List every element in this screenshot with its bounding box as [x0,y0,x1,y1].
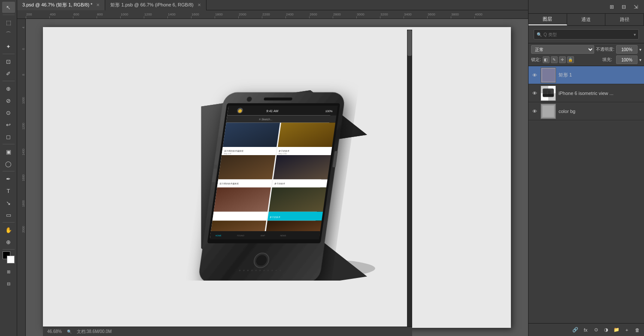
shape-tool[interactable]: ▭ [2,209,15,220]
stamp-tool[interactable]: ⊙ [2,107,15,118]
opacity-label: 不透明度: [596,46,614,52]
tab-2-close[interactable]: ✕ [197,3,201,7]
add-layer-btn[interactable]: + [623,326,631,334]
magic-wand-tool[interactable]: ✦ [2,41,15,52]
lock-icons: ◧ ✎ ✛ 🔒 [543,56,574,63]
fill-input[interactable] [616,55,638,64]
lock-row: 锁定: ◧ ✎ ✛ 🔒 填充: ▾ [531,55,641,64]
svg-rect-14 [226,116,337,123]
tab-1[interactable]: 3.psd @ 46.7% (矩形 1, RGB/8) * ✕ [17,0,105,10]
gradient-tool[interactable]: ▣ [2,146,15,157]
panel-expand-icon[interactable]: ⇲ [631,2,641,12]
layer-item-1[interactable]: 👁 矩形 1 [529,66,644,84]
layer-search-bar[interactable]: 🔍 ▾ [534,29,639,40]
opacity-input[interactable] [616,45,638,54]
v-ruler-label: 2000 [22,226,25,233]
add-adjustment-btn[interactable]: ◑ [602,326,611,334]
panel-arrange-icon[interactable]: ⊞ [607,2,617,12]
content-row: 4 6 8 1000 1200 1400 1600 1800 2000 [17,19,528,336]
right-panel-icons-row: ⊞ ⊟ ⇲ [529,0,644,14]
eraser-tool[interactable]: ◻ [2,131,15,142]
fill-arrow[interactable]: ▾ [639,58,641,62]
canvas-scrollbar[interactable] [407,30,412,327]
lock-position-btn[interactable]: ✛ [559,56,566,63]
svg-text:参子的技术: 参子的技术 [279,150,290,152]
v-ruler-label: 1200 [22,123,25,130]
filter-icon[interactable]: ▾ [634,32,636,37]
v-ruler-label: 4 [22,27,25,28]
layer-2-visibility-toggle[interactable]: 👁 [531,90,538,97]
layer-1-name: 矩形 1 [559,72,641,78]
move-tool[interactable]: ↖ [2,2,15,13]
svg-rect-62 [541,67,556,83]
ruler-label: 3200 [380,12,388,16]
pen-tool[interactable]: ✒ [2,173,15,184]
svg-text:Betty ● 36: Betty ● 36 [224,153,231,155]
ruler-label: 1800 [215,12,223,16]
toolbar-separator-5 [3,171,15,171]
dodge-tool[interactable]: ◯ [2,158,15,169]
layer-item-3[interactable]: 👁 color bg [529,102,644,120]
layer-3-visibility-toggle[interactable]: 👁 [531,108,538,115]
delete-layer-btn[interactable]: 🗑 [633,326,641,334]
svg-text:FOUND: FOUND [237,235,245,237]
lasso-tool[interactable]: ⌒ [2,29,15,40]
svg-text:100%: 100% [325,110,333,113]
add-mask-btn[interactable]: ⊙ [592,326,600,334]
ps-canvas[interactable]: 9:41 AM 100% 😊 ≡ Sketch... [26,19,528,336]
layer-item-2[interactable]: 👁 iPhone 6 isometric view ... [529,84,644,102]
background-color[interactable] [7,256,15,263]
layer-3-name: color bg [559,109,641,114]
scrollbar-thumb[interactable] [407,30,412,56]
link-layers-btn[interactable]: 🔗 [571,326,580,334]
ruler-label: 1600 [191,12,199,16]
tab-channels[interactable]: 通道 [567,14,606,25]
top-ruler: 200 400 600 800 1000 1200 1400 1600 1800… [17,10,528,19]
search-icon: 🔍 [537,32,542,37]
marquee-tool[interactable]: ⬚ [2,17,15,28]
opacity-arrow[interactable]: ▾ [639,47,641,52]
ruler-label: 3000 [356,12,365,16]
ruler-label: 400 [49,12,55,16]
quick-mask-btn[interactable]: ⊞ [2,266,15,277]
lock-paint-btn[interactable]: ✎ [551,56,558,63]
svg-rect-71 [543,94,554,96]
tab-paths[interactable]: 路径 [605,14,644,25]
toolbar-separator-4 [3,144,15,144]
screen-mode-btn[interactable]: ⊟ [2,278,15,289]
lock-all-btn[interactable]: 🔒 [567,56,574,63]
layer-search-input[interactable] [544,32,632,37]
svg-rect-70 [548,90,551,94]
heal-tool[interactable]: ⊕ [2,83,15,94]
text-tool[interactable]: T [2,185,15,196]
add-group-btn[interactable]: 📁 [612,326,621,334]
layer-1-visibility-toggle[interactable]: 👁 [531,72,538,79]
status-bar: 46.68% 🔍 文档:38.6M/00.0M [43,327,412,336]
ruler-label: 3600 [427,12,435,16]
svg-rect-17 [278,123,335,147]
color-swatches[interactable] [3,251,15,263]
zoom-tool[interactable]: ⊕ [2,236,15,247]
path-select-tool[interactable]: ↘ [2,197,15,208]
ruler-label: 3400 [404,12,412,16]
history-brush-tool[interactable]: ↩ [2,119,15,130]
right-panel: ⊞ ⊟ ⇲ 图层 通道 路径 🔍 ▾ 正常 不透明度: ▾ [528,0,644,336]
hand-tool[interactable]: ✋ [2,224,15,235]
zoom-icon: 🔍 [67,330,72,334]
svg-text:MAP: MAP [261,235,265,237]
layer-style-btn[interactable]: fx [581,326,590,334]
tab-2[interactable]: 矩形 1.psb @ 66.7% (iPhone 6, RGB/8) ✕ [105,0,206,10]
v-ruler-label: 1400 [22,149,25,156]
svg-rect-25 [273,155,331,180]
lock-transparency-btn[interactable]: ◧ [543,56,550,63]
panel-collapse-icon[interactable]: ⊟ [619,2,629,12]
tab-1-close[interactable]: ✕ [96,3,100,7]
left-toolbar: ↖ ⬚ ⌒ ✦ ⊡ ✐ ⊕ ⊘ ⊙ ↩ ◻ ▣ ◯ ✒ T ↘ ▭ ✋ ⊕ ⊞ … [0,0,17,336]
tab-bar: 3.psd @ 46.7% (矩形 1, RGB/8) * ✕ 矩形 1.psb… [17,0,528,10]
blend-opacity-row: 正常 不透明度: ▾ [531,45,641,54]
eyedropper-tool[interactable]: ✐ [2,68,15,79]
brush-tool[interactable]: ⊘ [2,95,15,106]
blend-mode-select[interactable]: 正常 [531,45,594,54]
crop-tool[interactable]: ⊡ [2,56,15,67]
tab-layers[interactable]: 图层 [529,14,567,25]
